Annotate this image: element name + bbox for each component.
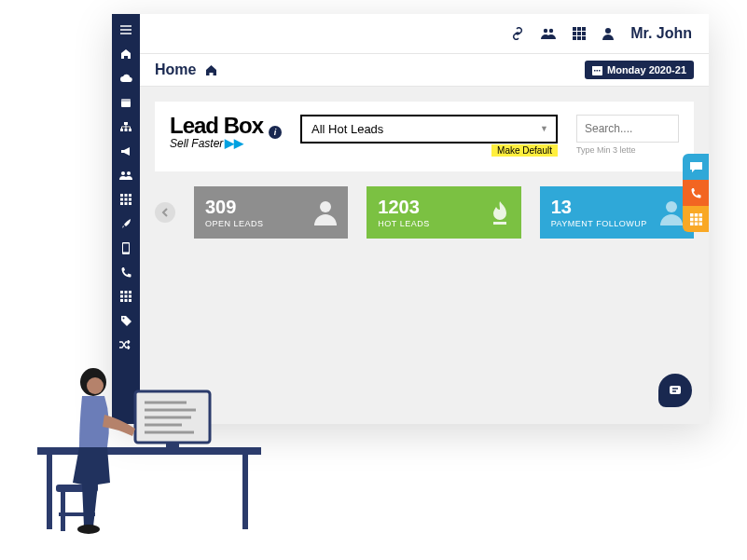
link-icon[interactable]: [511, 27, 524, 40]
shuffle-icon[interactable]: [119, 338, 132, 351]
mobile-icon[interactable]: [119, 241, 132, 254]
svg-rect-71: [61, 492, 65, 531]
svg-point-76: [77, 525, 100, 534]
svg-rect-16: [129, 202, 131, 205]
sidebar: [112, 14, 140, 424]
svg-point-46: [320, 201, 331, 212]
megaphone-icon[interactable]: [119, 144, 132, 157]
topbar: Mr. John: [140, 14, 709, 53]
svg-point-29: [544, 29, 547, 33]
svg-rect-24: [129, 295, 131, 298]
flame-icon: [490, 199, 510, 225]
svg-rect-8: [120, 194, 123, 197]
svg-rect-54: [694, 217, 698, 221]
widget-apps-icon[interactable]: [683, 206, 709, 232]
group-icon[interactable]: [541, 28, 556, 39]
svg-rect-23: [125, 295, 128, 298]
search-input[interactable]: [576, 115, 679, 143]
svg-rect-57: [694, 222, 698, 225]
svg-point-40: [605, 28, 611, 34]
apps-icon[interactable]: [119, 290, 132, 303]
stat-card-hot-leads[interactable]: 1203 HOT LEADS: [367, 186, 520, 239]
widget-call-icon[interactable]: [683, 180, 709, 206]
svg-rect-13: [129, 198, 131, 201]
user-icon[interactable]: [602, 27, 614, 40]
filter-row: Lead Box Sell Faster▶▶ i ▼ Make Default …: [155, 102, 694, 171]
date-badge[interactable]: Monday 2020-21: [585, 61, 694, 79]
svg-rect-47: [493, 222, 506, 225]
svg-point-7: [127, 171, 131, 175]
svg-rect-50: [690, 213, 694, 217]
calendar-icon[interactable]: [119, 96, 132, 109]
home-icon[interactable]: [119, 48, 132, 61]
svg-rect-32: [577, 27, 581, 31]
svg-rect-10: [129, 194, 131, 197]
svg-rect-60: [47, 455, 52, 529]
user-name[interactable]: Mr. John: [630, 25, 692, 42]
lead-filter-select[interactable]: [300, 115, 558, 143]
users-icon[interactable]: [119, 169, 132, 182]
stat-number: 13: [551, 198, 647, 216]
chat-fab-button[interactable]: [658, 374, 692, 407]
stat-label: OPEN LEADS: [205, 219, 264, 228]
svg-point-30: [549, 29, 553, 33]
stats-row: 309 OPEN LEADS 1203 HOT LEADS: [140, 171, 709, 253]
phone-icon[interactable]: [119, 266, 132, 279]
stat-number: 309: [205, 198, 264, 216]
svg-rect-45: [599, 70, 601, 72]
svg-rect-55: [699, 217, 702, 221]
svg-rect-9: [125, 194, 128, 197]
side-widgets: [683, 154, 709, 232]
followup-icon: [660, 199, 683, 225]
svg-point-75: [87, 377, 104, 394]
svg-rect-34: [573, 32, 576, 35]
svg-rect-43: [594, 70, 596, 72]
svg-rect-31: [573, 27, 576, 31]
stat-label: PAYMENT FOLLOWUP: [551, 219, 647, 228]
widget-chat-icon[interactable]: [683, 154, 709, 180]
stat-number: 1203: [378, 198, 429, 216]
svg-rect-42: [592, 66, 602, 69]
cloud-icon[interactable]: [119, 72, 132, 85]
svg-point-6: [121, 171, 125, 175]
svg-rect-58: [699, 222, 702, 225]
carousel-prev-button[interactable]: [155, 202, 175, 223]
svg-point-28: [122, 317, 124, 319]
svg-rect-4: [125, 129, 128, 131]
make-default-button[interactable]: Make Default: [491, 144, 558, 157]
page-title: Home: [155, 61, 196, 78]
stat-card-open-leads[interactable]: 309 OPEN LEADS: [194, 186, 348, 239]
search-wrap: Type Min 3 lette: [576, 115, 679, 155]
tag-icon[interactable]: [119, 314, 132, 327]
content: Lead Box Sell Faster▶▶ i ▼ Make Default …: [140, 87, 709, 424]
grid-menu-icon[interactable]: [573, 27, 586, 40]
svg-rect-39: [582, 36, 586, 40]
stat-card-payment-followup[interactable]: 13 PAYMENT FOLLOWUP: [540, 186, 694, 239]
svg-rect-12: [125, 198, 128, 201]
logo-sub: Sell Faster▶▶: [170, 137, 263, 149]
breadcrumb-home-icon[interactable]: [205, 64, 217, 76]
svg-rect-27: [129, 299, 131, 302]
breadcrumb-bar: Home Monday 2020-21: [140, 53, 709, 87]
svg-rect-35: [577, 32, 581, 35]
sitemap-icon[interactable]: [119, 120, 132, 133]
logo-main: Lead Box: [170, 115, 263, 137]
date-text: Monday 2020-21: [607, 64, 686, 75]
logo: Lead Box Sell Faster▶▶ i: [170, 115, 282, 149]
info-icon[interactable]: i: [269, 126, 282, 139]
svg-rect-52: [699, 213, 702, 217]
svg-rect-64: [154, 447, 191, 451]
lead-filter-select-wrap: ▼ Make Default: [300, 115, 558, 143]
svg-rect-37: [573, 36, 576, 40]
svg-rect-2: [124, 122, 128, 125]
svg-rect-33: [582, 27, 586, 31]
svg-rect-11: [120, 198, 123, 201]
svg-rect-59: [37, 447, 261, 455]
menu-icon[interactable]: [119, 23, 132, 36]
grid-icon[interactable]: [119, 193, 132, 206]
svg-point-48: [666, 201, 677, 212]
svg-rect-38: [577, 36, 581, 40]
logo-arrows-icon: ▶▶: [225, 137, 243, 149]
rocket-icon[interactable]: [119, 217, 132, 230]
svg-rect-20: [125, 291, 128, 294]
